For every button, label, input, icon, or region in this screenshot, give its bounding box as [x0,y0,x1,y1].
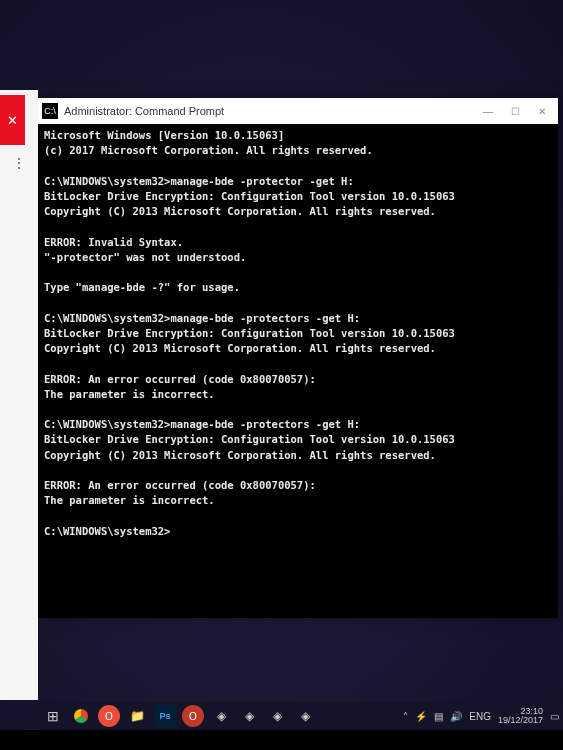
terminal-line: ERROR: An error occurred (code 0x8007005… [44,478,552,493]
close-window-button[interactable]: ✕ [538,106,546,117]
terminal-line: C:\WINDOWS\system32>manage-bde -protecto… [44,311,552,326]
cmd-icon: C:\ [42,103,58,119]
clock[interactable]: 23:10 19/12/2017 [498,707,543,726]
app-taskbar-icon[interactable]: ◈ [266,705,288,727]
start-button[interactable]: ⊞ [42,705,64,727]
terminal-line: C:\WINDOWS\system32>manage-bde -protecto… [44,174,552,189]
close-tab-button[interactable]: ✕ [0,95,25,145]
terminal-line: Microsoft Windows [Version 10.0.15063] [44,128,552,143]
terminal-line [44,463,552,478]
terminal-line: (c) 2017 Microsoft Corporation. All righ… [44,143,552,158]
terminal-line: Copyright (C) 2013 Microsoft Corporation… [44,448,552,463]
battery-icon[interactable]: ⚡ [415,711,427,722]
terminal-line: Type "manage-bde -?" for usage. [44,280,552,295]
more-menu-button[interactable]: ⋮ [12,155,27,171]
photoshop-taskbar-icon[interactable]: Ps [154,705,176,727]
terminal-line: C:\WINDOWS\system32> [44,524,552,539]
terminal-line [44,402,552,417]
file-explorer-taskbar-icon[interactable]: 📁 [126,705,148,727]
vertical-dots-icon: ⋮ [12,155,27,171]
terminal-line [44,219,552,234]
app-taskbar-icon[interactable]: ◈ [210,705,232,727]
clock-date: 19/12/2017 [498,716,543,725]
close-icon: ✕ [7,113,18,128]
terminal-line [44,295,552,310]
opera2-taskbar-icon[interactable]: O [182,705,204,727]
app-taskbar-icon[interactable]: ◈ [238,705,260,727]
terminal-line: The parameter is incorrect. [44,493,552,508]
terminal-line: BitLocker Drive Encryption: Configuratio… [44,326,552,341]
window-titlebar[interactable]: C:\ Administrator: Command Prompt — ☐ ✕ [38,98,558,124]
terminal-line: Copyright (C) 2013 Microsoft Corporation… [44,204,552,219]
terminal-line [44,508,552,523]
terminal-line: C:\WINDOWS\system32>manage-bde -protecto… [44,417,552,432]
maximize-button[interactable]: ☐ [511,106,520,117]
terminal-line: ERROR: Invalid Syntax. [44,235,552,250]
laptop-bezel [0,730,563,750]
terminal-line [44,158,552,173]
taskbar: ⊞ O 📁 Ps O ◈ ◈ ◈ ◈ ˄ ⚡ ▤ 🔊 ENG 23:10 19/… [38,702,563,730]
terminal-line [44,356,552,371]
browser-left-strip [0,90,38,700]
tray-overflow-icon[interactable]: ˄ [403,711,408,722]
command-prompt-window: C:\ Administrator: Command Prompt — ☐ ✕ … [38,98,558,618]
notifications-icon[interactable]: ▭ [550,711,559,722]
minimize-button[interactable]: — [483,106,493,117]
chrome-taskbar-icon[interactable] [70,705,92,727]
terminal-line: "-protector" was not understood. [44,250,552,265]
volume-icon[interactable]: 🔊 [450,711,462,722]
opera-taskbar-icon[interactable]: O [98,705,120,727]
terminal-line: BitLocker Drive Encryption: Configuratio… [44,189,552,204]
app-taskbar-icon[interactable]: ◈ [294,705,316,727]
terminal-line: Copyright (C) 2013 Microsoft Corporation… [44,341,552,356]
language-indicator[interactable]: ENG [469,711,491,722]
terminal-line: BitLocker Drive Encryption: Configuratio… [44,432,552,447]
network-icon[interactable]: ▤ [434,711,443,722]
terminal-output[interactable]: Microsoft Windows [Version 10.0.15063](c… [38,124,558,618]
system-tray: ˄ ⚡ ▤ 🔊 ENG 23:10 19/12/2017 ▭ [403,707,559,726]
window-title: Administrator: Command Prompt [64,105,224,117]
terminal-line: The parameter is incorrect. [44,387,552,402]
terminal-line [44,265,552,280]
terminal-line: ERROR: An error occurred (code 0x8007005… [44,372,552,387]
